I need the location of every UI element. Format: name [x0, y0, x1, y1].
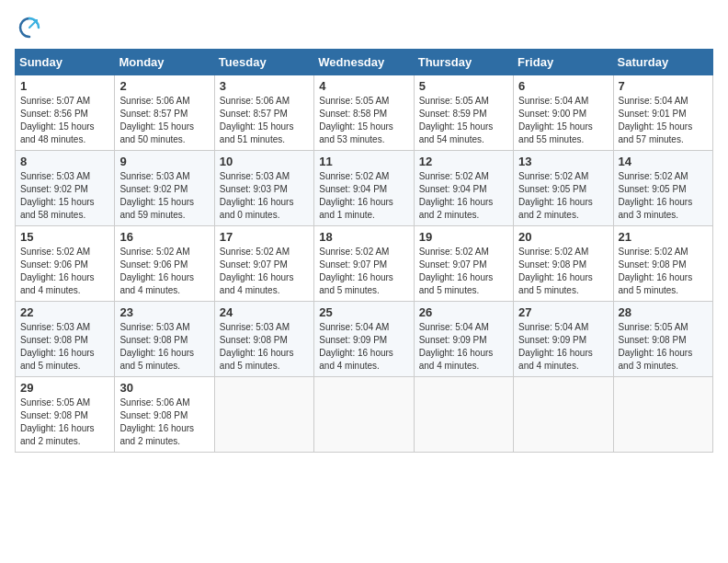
day-number: 16	[119, 230, 209, 244]
day-number: 29	[20, 381, 109, 395]
day-info: Sunrise: 5:02 AM Sunset: 9:08 PM Dayligh…	[619, 246, 708, 297]
day-info: Sunrise: 5:04 AM Sunset: 9:09 PM Dayligh…	[518, 321, 608, 373]
day-info: Sunrise: 5:03 AM Sunset: 9:08 PM Dayligh…	[20, 321, 109, 373]
weekday-header-monday: Monday	[115, 50, 214, 75]
day-number: 6	[518, 79, 608, 93]
calendar-day-cell: 4Sunrise: 5:05 AM Sunset: 8:58 PM Daylig…	[314, 75, 414, 151]
calendar-empty-cell	[214, 377, 313, 453]
calendar-week-row: 22Sunrise: 5:03 AM Sunset: 9:08 PM Dayli…	[16, 302, 713, 377]
day-info: Sunrise: 5:03 AM Sunset: 9:02 PM Dayligh…	[20, 170, 109, 222]
header	[15, 15, 713, 41]
calendar-week-row: 1Sunrise: 5:07 AM Sunset: 8:56 PM Daylig…	[16, 75, 713, 151]
day-number: 18	[319, 230, 408, 244]
day-number: 13	[518, 155, 608, 168]
day-number: 23	[119, 305, 209, 319]
weekday-header-saturday: Saturday	[613, 50, 712, 75]
calendar-day-cell: 18Sunrise: 5:02 AM Sunset: 9:07 PM Dayli…	[314, 226, 414, 302]
day-number: 26	[419, 305, 508, 319]
calendar-day-cell: 17Sunrise: 5:02 AM Sunset: 9:07 PM Dayli…	[214, 226, 313, 302]
day-info: Sunrise: 5:02 AM Sunset: 9:07 PM Dayligh…	[419, 246, 508, 297]
day-info: Sunrise: 5:04 AM Sunset: 9:01 PM Dayligh…	[619, 95, 708, 146]
weekday-header-row: SundayMondayTuesdayWednesdayThursdayFrid…	[16, 50, 713, 75]
calendar-day-cell: 10Sunrise: 5:03 AM Sunset: 9:03 PM Dayli…	[214, 151, 313, 226]
day-info: Sunrise: 5:02 AM Sunset: 9:05 PM Dayligh…	[619, 170, 708, 222]
calendar-day-cell: 26Sunrise: 5:04 AM Sunset: 9:09 PM Dayli…	[414, 302, 513, 377]
day-number: 8	[20, 155, 109, 168]
calendar-empty-cell	[613, 377, 712, 453]
day-info: Sunrise: 5:03 AM Sunset: 9:03 PM Dayligh…	[220, 170, 309, 222]
calendar-day-cell: 29Sunrise: 5:05 AM Sunset: 9:08 PM Dayli…	[16, 377, 115, 453]
calendar-empty-cell	[514, 377, 613, 453]
day-info: Sunrise: 5:02 AM Sunset: 9:05 PM Dayligh…	[518, 170, 608, 222]
calendar-day-cell: 6Sunrise: 5:04 AM Sunset: 9:00 PM Daylig…	[514, 75, 613, 151]
calendar-day-cell: 14Sunrise: 5:02 AM Sunset: 9:05 PM Dayli…	[613, 151, 712, 226]
day-number: 28	[619, 305, 708, 319]
day-number: 10	[220, 155, 309, 168]
calendar-table: SundayMondayTuesdayWednesdayThursdayFrid…	[15, 49, 713, 453]
weekday-header-wednesday: Wednesday	[314, 50, 414, 75]
calendar-day-cell: 2Sunrise: 5:06 AM Sunset: 8:57 PM Daylig…	[115, 75, 214, 151]
calendar-day-cell: 19Sunrise: 5:02 AM Sunset: 9:07 PM Dayli…	[414, 226, 513, 302]
calendar-day-cell: 27Sunrise: 5:04 AM Sunset: 9:09 PM Dayli…	[514, 302, 613, 377]
calendar-week-row: 8Sunrise: 5:03 AM Sunset: 9:02 PM Daylig…	[16, 151, 713, 226]
calendar-week-row: 15Sunrise: 5:02 AM Sunset: 9:06 PM Dayli…	[16, 226, 713, 302]
calendar-day-cell: 21Sunrise: 5:02 AM Sunset: 9:08 PM Dayli…	[613, 226, 712, 302]
day-number: 20	[518, 230, 608, 244]
calendar-day-cell: 9Sunrise: 5:03 AM Sunset: 9:02 PM Daylig…	[115, 151, 214, 226]
day-info: Sunrise: 5:02 AM Sunset: 9:04 PM Dayligh…	[319, 170, 408, 222]
calendar-day-cell: 22Sunrise: 5:03 AM Sunset: 9:08 PM Dayli…	[16, 302, 115, 377]
calendar-day-cell: 23Sunrise: 5:03 AM Sunset: 9:08 PM Dayli…	[115, 302, 214, 377]
day-info: Sunrise: 5:02 AM Sunset: 9:06 PM Dayligh…	[20, 246, 109, 297]
logo	[15, 15, 42, 41]
day-number: 12	[419, 155, 508, 168]
calendar-week-row: 29Sunrise: 5:05 AM Sunset: 9:08 PM Dayli…	[16, 377, 713, 453]
calendar-day-cell: 16Sunrise: 5:02 AM Sunset: 9:06 PM Dayli…	[115, 226, 214, 302]
day-number: 9	[119, 155, 209, 168]
day-info: Sunrise: 5:07 AM Sunset: 8:56 PM Dayligh…	[20, 95, 109, 146]
calendar-day-cell: 25Sunrise: 5:04 AM Sunset: 9:09 PM Dayli…	[314, 302, 414, 377]
day-number: 27	[518, 305, 608, 319]
weekday-header-thursday: Thursday	[414, 50, 513, 75]
day-info: Sunrise: 5:03 AM Sunset: 9:02 PM Dayligh…	[119, 170, 209, 222]
day-info: Sunrise: 5:03 AM Sunset: 9:08 PM Dayligh…	[220, 321, 309, 373]
day-info: Sunrise: 5:05 AM Sunset: 9:08 PM Dayligh…	[20, 396, 109, 448]
day-number: 15	[20, 230, 109, 244]
day-info: Sunrise: 5:02 AM Sunset: 9:08 PM Dayligh…	[518, 246, 608, 297]
day-number: 30	[119, 381, 209, 395]
day-number: 1	[20, 79, 109, 93]
calendar-day-cell: 7Sunrise: 5:04 AM Sunset: 9:01 PM Daylig…	[613, 75, 712, 151]
day-info: Sunrise: 5:06 AM Sunset: 8:57 PM Dayligh…	[119, 95, 209, 146]
day-number: 19	[419, 230, 508, 244]
day-number: 14	[619, 155, 708, 168]
day-info: Sunrise: 5:03 AM Sunset: 9:08 PM Dayligh…	[119, 321, 209, 373]
day-info: Sunrise: 5:02 AM Sunset: 9:04 PM Dayligh…	[419, 170, 508, 222]
calendar-day-cell: 1Sunrise: 5:07 AM Sunset: 8:56 PM Daylig…	[16, 75, 115, 151]
day-info: Sunrise: 5:04 AM Sunset: 9:09 PM Dayligh…	[419, 321, 508, 373]
day-number: 21	[619, 230, 708, 244]
day-info: Sunrise: 5:04 AM Sunset: 9:09 PM Dayligh…	[319, 321, 408, 373]
calendar-empty-cell	[314, 377, 414, 453]
day-info: Sunrise: 5:05 AM Sunset: 8:59 PM Dayligh…	[419, 95, 508, 146]
logo-text	[15, 15, 42, 41]
day-info: Sunrise: 5:02 AM Sunset: 9:07 PM Dayligh…	[319, 246, 408, 297]
day-number: 25	[319, 305, 408, 319]
day-number: 4	[319, 79, 408, 93]
calendar-day-cell: 13Sunrise: 5:02 AM Sunset: 9:05 PM Dayli…	[514, 151, 613, 226]
calendar-day-cell: 24Sunrise: 5:03 AM Sunset: 9:08 PM Dayli…	[214, 302, 313, 377]
day-number: 2	[119, 79, 209, 93]
calendar-day-cell: 3Sunrise: 5:06 AM Sunset: 8:57 PM Daylig…	[214, 75, 313, 151]
calendar-day-cell: 20Sunrise: 5:02 AM Sunset: 9:08 PM Dayli…	[514, 226, 613, 302]
day-info: Sunrise: 5:06 AM Sunset: 9:08 PM Dayligh…	[119, 396, 209, 448]
day-info: Sunrise: 5:05 AM Sunset: 8:58 PM Dayligh…	[319, 95, 408, 146]
weekday-header-friday: Friday	[514, 50, 613, 75]
weekday-header-sunday: Sunday	[16, 50, 115, 75]
calendar-day-cell: 28Sunrise: 5:05 AM Sunset: 9:08 PM Dayli…	[613, 302, 712, 377]
day-info: Sunrise: 5:04 AM Sunset: 9:00 PM Dayligh…	[518, 95, 608, 146]
day-info: Sunrise: 5:02 AM Sunset: 9:07 PM Dayligh…	[220, 246, 309, 297]
logo-icon	[17, 15, 42, 40]
calendar-day-cell: 12Sunrise: 5:02 AM Sunset: 9:04 PM Dayli…	[414, 151, 513, 226]
calendar-day-cell: 30Sunrise: 5:06 AM Sunset: 9:08 PM Dayli…	[115, 377, 214, 453]
day-info: Sunrise: 5:02 AM Sunset: 9:06 PM Dayligh…	[119, 246, 209, 297]
weekday-header-tuesday: Tuesday	[214, 50, 313, 75]
day-info: Sunrise: 5:06 AM Sunset: 8:57 PM Dayligh…	[220, 95, 309, 146]
